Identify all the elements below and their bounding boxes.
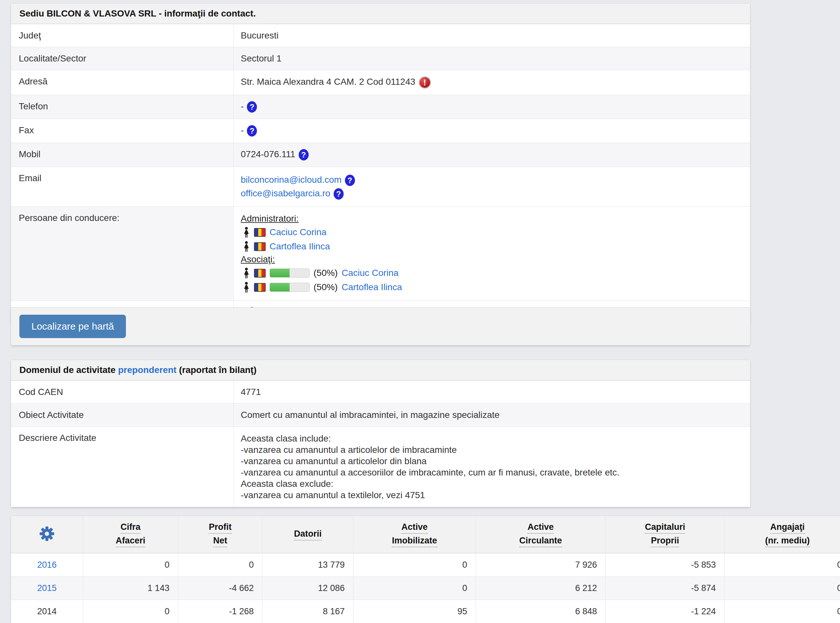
row-persoane: Persoane din conducere: Administratori: …: [11, 206, 750, 301]
telefon-value: -?: [233, 95, 750, 119]
fax-text: -: [241, 125, 244, 135]
row-judet: Judeţ Bucuresti: [11, 24, 750, 47]
header-label[interactable]: Profit: [209, 522, 232, 534]
email-label: Email: [11, 167, 233, 206]
localizare-pe-harta-button[interactable]: Localizare pe hartă: [19, 315, 126, 338]
row-email: Email bilconcorina@icloud.com? office@is…: [11, 167, 750, 206]
administrator-link[interactable]: Cartoflea Ilinca: [270, 241, 330, 252]
cell-angajati: 0: [724, 554, 840, 576]
header-label[interactable]: Circulante: [519, 536, 562, 547]
mobil-label: Mobil: [11, 143, 233, 167]
header-label[interactable]: Angajaţi: [770, 522, 805, 534]
help-icon[interactable]: ?: [299, 149, 309, 160]
persoane-value: Administratori: Caciuc Corina Cartoflea …: [233, 207, 750, 301]
asociati-heading: Asociaţi:: [241, 254, 275, 265]
cell-cifra-afaceri: 0: [83, 554, 178, 576]
administrator-item: Caciuc Corina: [241, 225, 743, 239]
judet-label: Judeţ: [11, 24, 233, 47]
descriere-line: -vanzarea cu amanuntul a accesoriilor de…: [241, 467, 743, 478]
adresa-label: Adresă: [11, 70, 233, 95]
cell-cifra-afaceri: 0: [83, 600, 178, 623]
cell-active-imobilizate: 0: [353, 577, 475, 600]
table-row-2014: 2014 0 -1 268 8 167 95 6 848 -1 224 0: [11, 600, 840, 623]
asociat-link[interactable]: Cartoflea Ilinca: [342, 282, 402, 292]
header-label[interactable]: Cifra: [121, 522, 141, 534]
contact-panel-title: Sediu BILCON & VLASOVA SRL - informaţii …: [11, 3, 750, 24]
page: Sediu BILCON & VLASOVA SRL - informaţii …: [0, 0, 840, 623]
romania-flag-icon: [254, 228, 266, 237]
mobil-text: 0724-076.111: [241, 149, 295, 159]
cell-capitaluri-proprii: -5 874: [605, 577, 724, 600]
cell-capitaluri-proprii: -5 853: [605, 554, 724, 576]
activity-panel-title: Domeniul de activitate preponderent (rap…: [11, 360, 750, 381]
person-icon: [243, 227, 250, 238]
email-value: bilconcorina@icloud.com? office@isabelga…: [233, 167, 750, 206]
financials-panel: Cifra Afaceri Profit Net Datorii Active …: [11, 516, 840, 623]
row-adresa: Adresă Str. Maica Alexandra 4 CAM. 2 Cod…: [11, 70, 750, 95]
asociat-link[interactable]: Caciuc Corina: [342, 268, 399, 278]
header-label[interactable]: Capitaluri: [645, 522, 685, 534]
adresa-value: Str. Maica Alexandra 4 CAM. 2 Cod 011243…: [233, 70, 750, 95]
header-active-imobilizate: Active Imobilizate: [353, 516, 475, 553]
cell-active-imobilizate: 0: [353, 554, 475, 576]
cod-caen-value: 4771: [233, 381, 750, 404]
cell-active-circulante: 7 926: [476, 554, 605, 576]
descriere-line: -vanzarea cu amanuntul a articolelor de …: [241, 444, 743, 456]
email-link[interactable]: bilconcorina@icloud.com: [241, 175, 342, 185]
cod-caen-label: Cod CAEN: [11, 381, 233, 404]
ownership-bar-fill: [270, 283, 290, 292]
year-link[interactable]: 2015: [37, 583, 57, 593]
person-icon: [243, 241, 250, 252]
mobil-value: 0724-076.111?: [233, 143, 750, 167]
header-label[interactable]: Net: [213, 536, 227, 547]
header-label[interactable]: Afaceri: [116, 536, 146, 547]
header-label[interactable]: (nr. mediu): [765, 536, 810, 547]
gear-icon[interactable]: [39, 526, 55, 544]
header-label[interactable]: Imobilizate: [392, 536, 437, 547]
contact-panel: Sediu BILCON & VLASOVA SRL - informaţii …: [11, 3, 750, 325]
cell-profit-net: -1 268: [178, 600, 263, 623]
header-label[interactable]: Datorii: [294, 529, 322, 540]
cell-capitaluri-proprii: -1 224: [605, 600, 724, 623]
ownership-bar: [270, 269, 310, 278]
ownership-bar-fill: [270, 269, 290, 277]
fax-value: -?: [233, 119, 750, 143]
settings-cell: [11, 516, 83, 553]
descriere-activitate-value: Aceasta clasa include: -vanzarea cu aman…: [233, 427, 750, 507]
preponderent-link[interactable]: preponderent: [118, 365, 177, 375]
cell-active-imobilizate: 95: [353, 600, 475, 623]
administrator-item: Cartoflea Ilinca: [241, 239, 743, 253]
telefon-text: -: [241, 101, 244, 111]
cell-cifra-afaceri: 1 143: [83, 577, 178, 600]
row-localitate: Localitate/Sector Sectorul 1: [11, 47, 750, 70]
row-cod-caen: Cod CAEN 4771: [11, 381, 750, 404]
cell-active-circulante: 6 212: [476, 577, 605, 600]
administrator-link[interactable]: Caciuc Corina: [270, 227, 327, 238]
help-icon[interactable]: ?: [247, 125, 257, 137]
cell-profit-net: 0: [178, 554, 263, 576]
administratori-heading: Administratori:: [241, 213, 299, 224]
header-label[interactable]: Proprii: [651, 536, 679, 547]
help-icon[interactable]: ?: [333, 188, 344, 199]
person-icon: [243, 267, 250, 279]
header-capitaluri-proprii: Capitaluri Proprii: [605, 516, 724, 553]
header-label[interactable]: Active: [401, 522, 427, 534]
row-telefon: Telefon -?: [11, 95, 750, 119]
header-label[interactable]: Active: [527, 522, 554, 534]
obiect-activitate-value: Comert cu amanuntul al imbracamintei, in…: [233, 404, 750, 426]
cell-profit-net: -4 662: [178, 577, 263, 600]
email-link[interactable]: office@isabelgarcia.ro: [241, 188, 330, 198]
persoane-label: Persoane din conducere:: [11, 207, 233, 301]
help-icon[interactable]: ?: [345, 175, 355, 186]
warning-icon[interactable]: !: [419, 76, 431, 89]
year-link[interactable]: 2016: [37, 560, 57, 569]
descriere-line: -vanzarea cu amanuntul a articolelor din…: [241, 456, 743, 467]
row-mobil: Mobil 0724-076.111?: [11, 143, 750, 167]
romania-flag-icon: [254, 242, 266, 251]
help-icon[interactable]: ?: [247, 101, 257, 112]
asociat-item: (50%) Cartoflea Ilinca: [241, 280, 743, 295]
activity-panel: Domeniul de activitate preponderent (rap…: [11, 360, 750, 507]
romania-flag-icon: [254, 269, 266, 278]
table-row-2016: 2016 0 0 13 779 0 7 926 -5 853 0: [11, 553, 840, 576]
descriere-line: -vanzarea cu amanuntul a textilelor, vez…: [241, 490, 743, 501]
